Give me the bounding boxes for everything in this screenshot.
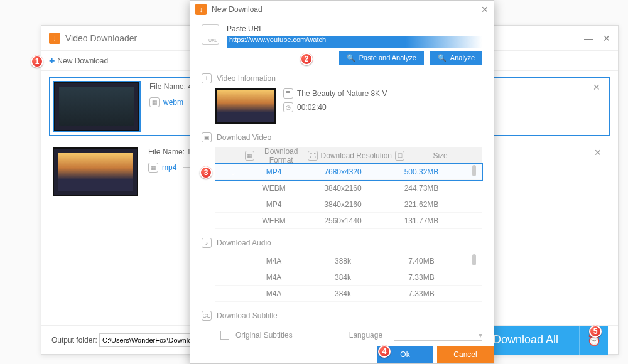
output-folder-label: Output folder: [51,336,97,345]
size-cell: 244.73MB [384,184,459,193]
remove-row-icon[interactable]: ✕ [593,82,605,92]
bitrate-cell: 384k [302,289,384,298]
col-resolution-header: Download Resolution [318,151,395,160]
dialog-logo-icon: ↓ [195,4,207,15]
format-value: webm [163,98,183,107]
format-cell: M4A [246,257,302,265]
app-logo-icon: ↓ [49,33,60,44]
audio-icon: ♪ [202,238,212,248]
resolution-header-icon: ⛶ [308,151,317,161]
new-download-dialog: ↓ New Download ✕ URL Paste URL https://w… [190,0,494,364]
thumbnail[interactable] [54,82,139,131]
bitrate-cell: 384k [302,273,384,282]
search-icon: 🔍 [438,54,447,62]
dialog-footer: Ok Cancel [190,346,494,363]
dialog-close-icon[interactable]: ✕ [481,4,489,14]
app-title: Video Downloader [65,33,137,43]
callout-4: 4 [378,345,391,358]
size-cell: 221.62MB [384,200,459,209]
scrollbar-thumb[interactable] [472,165,476,176]
download-video-label: Download Video [217,133,271,142]
paste-url-label: Paste URL [227,24,482,33]
audio-format-row[interactable]: M4A 384k 7.33MB [215,269,482,286]
format-cell: WEBM [246,184,302,193]
video-title: The Beauty of Nature 8K V [297,89,387,98]
video-format-row[interactable]: WEBM 3840x2160 244.73MB [215,180,482,196]
size-cell: 7.33MB [384,289,459,298]
minimize-icon[interactable]: — [584,33,593,43]
original-subtitles-checkbox[interactable] [220,331,229,340]
language-select[interactable]: ▾ [394,329,482,341]
paste-and-analyze-button[interactable]: 🔍Paste and Analyze [339,51,424,65]
subtitle-icon: CC [202,311,212,321]
audio-formats-table: M4A 388k 7.40MB M4A 384k 7.33MB M4A 384k… [215,253,482,302]
size-cell: 131.77MB [384,217,459,225]
thumbnail[interactable] [53,147,138,196]
callout-2: 2 [300,53,313,65]
video-format-row[interactable]: WEBM 2560x1440 131.77MB [215,213,482,229]
url-input[interactable]: https://www.youtube.com/watch [227,36,482,48]
resolution-cell: 2560x1440 [302,217,384,225]
format-cell: MP4 [246,200,302,209]
video-format-row[interactable]: MP4 7680x4320 500.32MB [215,164,482,180]
dialog-title: New Download [212,5,263,14]
clock-icon: ◷ [283,102,293,112]
close-icon[interactable]: ✕ [603,33,610,43]
audio-format-row[interactable]: M4A 384k 7.33MB [215,286,482,302]
video-duration: 00:02:40 [297,103,327,112]
video-icon: ▣ [202,132,212,142]
download-audio-label: Download Audio [217,238,271,247]
file-name-label: File Name: [149,82,186,91]
col-size-header: Size [404,151,476,160]
search-icon: 🔍 [347,54,355,62]
download-subtitle-label: Download Subtitle [217,311,278,320]
video-formats-table: ▦ Download Format ⛶ Download Resolution … [215,147,482,229]
format-cell: M4A [246,273,302,282]
new-download-button[interactable]: New Download [57,56,108,65]
dialog-title-bar: ↓ New Download ✕ [190,1,494,18]
callout-1: 1 [31,55,43,68]
original-subtitles-label: Original Subtitles [236,331,293,340]
format-cell: MP4 [246,168,302,176]
format-cell: WEBM [246,217,302,225]
format-cell: M4A [246,289,302,298]
language-label: Language [349,331,382,340]
size-cell: 7.40MB [384,257,459,265]
format-icon: ▦ [149,97,160,107]
size-header-icon: ☐ [395,151,404,161]
callout-3: 3 [200,166,212,179]
size-cell: 500.32MB [384,168,459,176]
resolution-cell: 3840x2160 [302,184,384,193]
file-name-label: File Name: [148,147,185,156]
format-header-icon: ▦ [245,151,254,161]
url-field-icon: URL [202,24,219,45]
bitrate-cell: 388k [302,257,384,265]
format-value: mp4 [162,163,176,172]
resolution-cell: 3840x2160 [302,200,384,209]
resolution-cell: 7680x4320 [302,168,384,176]
chevron-down-icon: ▾ [479,331,482,340]
format-icon: ▦ [148,163,158,173]
remove-row-icon[interactable]: ✕ [594,147,607,158]
scrollbar-thumb[interactable] [472,254,476,265]
video-format-row[interactable]: MP4 3840x2160 221.62MB [215,196,482,213]
col-format-header: Download Format [254,147,308,164]
callout-5: 5 [589,325,602,338]
document-icon: ≣ [283,88,293,99]
analyze-button[interactable]: 🔍Analyze [430,51,482,65]
cancel-button[interactable]: Cancel [437,346,494,363]
info-icon: i [202,73,212,83]
audio-format-row[interactable]: M4A 388k 7.40MB [215,253,482,269]
size-cell: 7.33MB [384,273,459,282]
video-thumbnail [215,88,276,124]
video-information-label: Video Information [217,74,276,83]
plus-icon[interactable]: + [49,55,55,67]
